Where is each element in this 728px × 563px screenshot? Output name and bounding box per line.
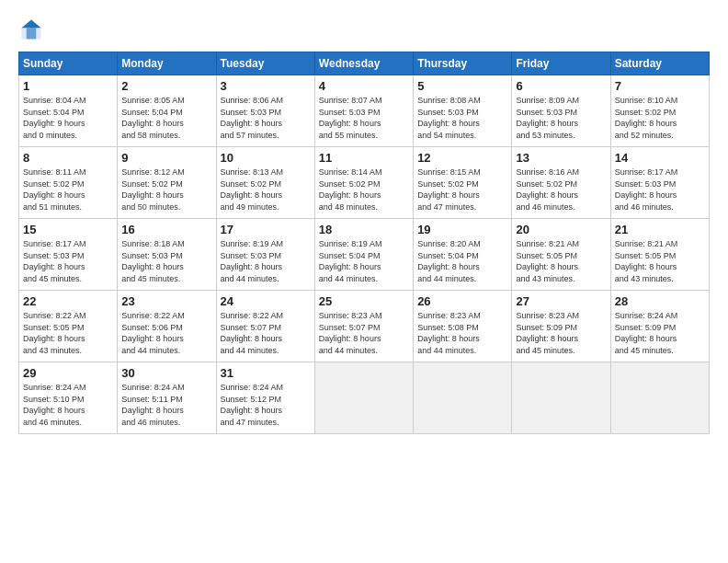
day-number: 12 — [417, 151, 507, 165]
svg-marker-1 — [31, 20, 41, 29]
day-number: 16 — [121, 223, 211, 236]
day-number: 31 — [221, 366, 311, 380]
day-info: Sunrise: 8:17 AM Sunset: 5:03 PM Dayligh… — [615, 167, 705, 213]
day-info: Sunrise: 8:13 AM Sunset: 5:02 PM Dayligh… — [221, 167, 311, 213]
calendar-cell: 30Sunrise: 8:24 AM Sunset: 5:11 PM Dayli… — [118, 362, 216, 434]
svg-rect-3 — [27, 28, 37, 39]
day-number: 10 — [221, 151, 311, 165]
calendar-cell: 13Sunrise: 8:16 AM Sunset: 5:02 PM Dayli… — [512, 147, 610, 219]
calendar-week-row: 1Sunrise: 8:04 AM Sunset: 5:04 PM Daylig… — [19, 75, 710, 147]
calendar-cell: 28Sunrise: 8:24 AM Sunset: 5:09 PM Dayli… — [610, 291, 709, 362]
day-number: 25 — [319, 294, 409, 308]
day-header-tuesday: Tuesday — [216, 52, 314, 75]
day-info: Sunrise: 8:21 AM Sunset: 5:05 PM Dayligh… — [615, 238, 705, 284]
day-info: Sunrise: 8:24 AM Sunset: 5:09 PM Dayligh… — [615, 310, 705, 356]
calendar-cell — [414, 362, 512, 434]
day-number: 13 — [516, 151, 606, 165]
svg-marker-2 — [22, 20, 32, 29]
calendar-cell: 12Sunrise: 8:15 AM Sunset: 5:02 PM Dayli… — [414, 147, 512, 219]
day-number: 28 — [615, 294, 705, 308]
day-header-wednesday: Wednesday — [314, 52, 413, 75]
calendar-page: SundayMondayTuesdayWednesdayThursdayFrid… — [0, 0, 728, 563]
calendar-cell: 22Sunrise: 8:22 AM Sunset: 5:05 PM Dayli… — [19, 291, 118, 362]
calendar-cell: 9Sunrise: 8:12 AM Sunset: 5:02 PM Daylig… — [118, 147, 216, 219]
calendar-cell: 6Sunrise: 8:09 AM Sunset: 5:03 PM Daylig… — [512, 75, 610, 147]
day-number: 23 — [121, 294, 211, 308]
calendar-cell: 11Sunrise: 8:14 AM Sunset: 5:02 PM Dayli… — [314, 147, 413, 219]
calendar-cell: 24Sunrise: 8:22 AM Sunset: 5:07 PM Dayli… — [216, 291, 314, 362]
day-info: Sunrise: 8:18 AM Sunset: 5:03 PM Dayligh… — [121, 238, 211, 284]
header — [18, 17, 710, 42]
calendar-cell: 20Sunrise: 8:21 AM Sunset: 5:05 PM Dayli… — [512, 219, 610, 291]
day-info: Sunrise: 8:14 AM Sunset: 5:02 PM Dayligh… — [319, 167, 409, 213]
day-info: Sunrise: 8:11 AM Sunset: 5:02 PM Dayligh… — [23, 167, 113, 213]
day-number: 1 — [23, 79, 113, 93]
day-info: Sunrise: 8:24 AM Sunset: 5:11 PM Dayligh… — [121, 382, 211, 428]
day-info: Sunrise: 8:04 AM Sunset: 5:04 PM Dayligh… — [23, 95, 113, 141]
calendar-cell: 3Sunrise: 8:06 AM Sunset: 5:03 PM Daylig… — [216, 75, 314, 147]
calendar-cell: 26Sunrise: 8:23 AM Sunset: 5:08 PM Dayli… — [414, 291, 512, 362]
calendar-cell: 14Sunrise: 8:17 AM Sunset: 5:03 PM Dayli… — [610, 147, 709, 219]
day-info: Sunrise: 8:24 AM Sunset: 5:12 PM Dayligh… — [221, 382, 311, 428]
day-number: 15 — [23, 223, 113, 236]
calendar-cell: 4Sunrise: 8:07 AM Sunset: 5:03 PM Daylig… — [314, 75, 413, 147]
calendar-week-row: 15Sunrise: 8:17 AM Sunset: 5:03 PM Dayli… — [19, 219, 710, 291]
day-number: 14 — [615, 151, 705, 165]
day-info: Sunrise: 8:10 AM Sunset: 5:02 PM Dayligh… — [615, 95, 705, 141]
day-info: Sunrise: 8:17 AM Sunset: 5:03 PM Dayligh… — [23, 238, 113, 284]
day-info: Sunrise: 8:07 AM Sunset: 5:03 PM Dayligh… — [319, 95, 409, 141]
day-number: 6 — [516, 79, 606, 93]
day-number: 26 — [417, 294, 507, 308]
day-info: Sunrise: 8:22 AM Sunset: 5:05 PM Dayligh… — [23, 310, 113, 356]
day-info: Sunrise: 8:19 AM Sunset: 5:04 PM Dayligh… — [319, 238, 409, 284]
calendar-cell: 25Sunrise: 8:23 AM Sunset: 5:07 PM Dayli… — [314, 291, 413, 362]
calendar-cell: 8Sunrise: 8:11 AM Sunset: 5:02 PM Daylig… — [19, 147, 118, 219]
day-number: 20 — [516, 223, 606, 236]
calendar-cell: 16Sunrise: 8:18 AM Sunset: 5:03 PM Dayli… — [118, 219, 216, 291]
day-header-saturday: Saturday — [610, 52, 709, 75]
day-header-monday: Monday — [118, 52, 216, 75]
calendar-cell: 31Sunrise: 8:24 AM Sunset: 5:12 PM Dayli… — [216, 362, 314, 434]
day-info: Sunrise: 8:22 AM Sunset: 5:07 PM Dayligh… — [221, 310, 311, 356]
calendar-cell: 15Sunrise: 8:17 AM Sunset: 5:03 PM Dayli… — [19, 219, 118, 291]
calendar-header-row: SundayMondayTuesdayWednesdayThursdayFrid… — [19, 52, 710, 75]
calendar-cell: 27Sunrise: 8:23 AM Sunset: 5:09 PM Dayli… — [512, 291, 610, 362]
day-info: Sunrise: 8:20 AM Sunset: 5:04 PM Dayligh… — [417, 238, 507, 284]
day-info: Sunrise: 8:21 AM Sunset: 5:05 PM Dayligh… — [516, 238, 606, 284]
day-number: 24 — [221, 294, 311, 308]
day-number: 3 — [221, 79, 311, 93]
day-number: 4 — [319, 79, 409, 93]
calendar-cell — [512, 362, 610, 434]
day-header-friday: Friday — [512, 52, 610, 75]
calendar-cell — [610, 362, 709, 434]
calendar-table: SundayMondayTuesdayWednesdayThursdayFrid… — [18, 52, 710, 434]
calendar-cell: 29Sunrise: 8:24 AM Sunset: 5:10 PM Dayli… — [19, 362, 118, 434]
day-info: Sunrise: 8:06 AM Sunset: 5:03 PM Dayligh… — [221, 95, 311, 141]
day-header-thursday: Thursday — [414, 52, 512, 75]
day-info: Sunrise: 8:23 AM Sunset: 5:07 PM Dayligh… — [319, 310, 409, 356]
calendar-cell: 5Sunrise: 8:08 AM Sunset: 5:03 PM Daylig… — [414, 75, 512, 147]
day-info: Sunrise: 8:22 AM Sunset: 5:06 PM Dayligh… — [121, 310, 211, 356]
calendar-cell: 18Sunrise: 8:19 AM Sunset: 5:04 PM Dayli… — [314, 219, 413, 291]
day-number: 9 — [121, 151, 211, 165]
calendar-week-row: 8Sunrise: 8:11 AM Sunset: 5:02 PM Daylig… — [19, 147, 710, 219]
calendar-cell: 19Sunrise: 8:20 AM Sunset: 5:04 PM Dayli… — [414, 219, 512, 291]
day-info: Sunrise: 8:16 AM Sunset: 5:02 PM Dayligh… — [516, 167, 606, 213]
calendar-cell: 2Sunrise: 8:05 AM Sunset: 5:04 PM Daylig… — [118, 75, 216, 147]
day-number: 7 — [615, 79, 705, 93]
calendar-cell: 21Sunrise: 8:21 AM Sunset: 5:05 PM Dayli… — [610, 219, 709, 291]
day-header-sunday: Sunday — [19, 52, 118, 75]
calendar-week-row: 29Sunrise: 8:24 AM Sunset: 5:10 PM Dayli… — [19, 362, 710, 434]
calendar-cell: 10Sunrise: 8:13 AM Sunset: 5:02 PM Dayli… — [216, 147, 314, 219]
day-info: Sunrise: 8:08 AM Sunset: 5:03 PM Dayligh… — [417, 95, 507, 141]
day-info: Sunrise: 8:23 AM Sunset: 5:09 PM Dayligh… — [516, 310, 606, 356]
day-info: Sunrise: 8:19 AM Sunset: 5:03 PM Dayligh… — [221, 238, 311, 284]
calendar-cell: 23Sunrise: 8:22 AM Sunset: 5:06 PM Dayli… — [118, 291, 216, 362]
day-number: 8 — [23, 151, 113, 165]
day-number: 29 — [23, 366, 113, 380]
day-info: Sunrise: 8:23 AM Sunset: 5:08 PM Dayligh… — [417, 310, 507, 356]
day-number: 27 — [516, 294, 606, 308]
calendar-cell: 7Sunrise: 8:10 AM Sunset: 5:02 PM Daylig… — [610, 75, 709, 147]
day-info: Sunrise: 8:15 AM Sunset: 5:02 PM Dayligh… — [417, 167, 507, 213]
day-number: 21 — [615, 223, 705, 236]
